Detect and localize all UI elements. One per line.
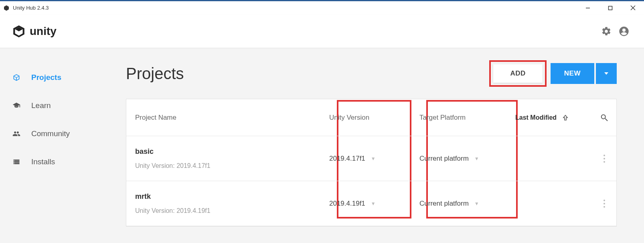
svg-point-13 [603, 203, 605, 204]
more-vert-icon [603, 199, 606, 208]
cube-icon [12, 74, 21, 82]
col-target-platform: Target Platform [419, 114, 510, 122]
sidebar-item-learn[interactable]: Learn [0, 92, 120, 120]
add-button[interactable]: ADD [493, 64, 542, 83]
project-sub-version: Unity Version: 2019.4.19f1 [135, 207, 329, 214]
unity-app-icon [3, 5, 10, 11]
chevron-down-icon [603, 71, 609, 76]
account-icon [618, 26, 630, 37]
chevron-down-icon: ▼ [474, 201, 479, 206]
sidebar-item-label: Community [31, 129, 70, 138]
chevron-down-icon: ▼ [371, 201, 376, 206]
page-title: Projects [126, 65, 184, 83]
sidebar-item-community[interactable]: Community [0, 120, 120, 148]
storage-icon [12, 158, 21, 166]
project-name: basic [135, 147, 329, 156]
window-title: Unity Hub 2.4.3 [13, 5, 49, 11]
chevron-down-icon: ▼ [474, 156, 479, 161]
people-icon [12, 130, 21, 138]
table-row[interactable]: mrtk Unity Version: 2019.4.19f1 2019.4.1… [126, 181, 616, 226]
new-button[interactable]: NEW [551, 63, 594, 84]
settings-button[interactable] [597, 22, 615, 40]
unity-version-dropdown[interactable]: 2019.4.17f1 ▼ [329, 155, 419, 163]
account-button[interactable] [615, 22, 633, 40]
svg-point-9 [603, 155, 605, 156]
unity-wordmark: unity [30, 25, 57, 38]
window-titlebar: Unity Hub 2.4.3 [0, 0, 644, 14]
unity-logo-icon [12, 25, 26, 38]
project-sub-version: Unity Version: 2019.4.17f1 [135, 162, 329, 169]
search-icon[interactable] [600, 113, 609, 122]
sidebar-item-projects[interactable]: Projects [0, 63, 120, 92]
target-platform-dropdown[interactable]: Current platform ▼ [419, 155, 510, 163]
svg-point-11 [603, 161, 605, 163]
table-header: Project Name Unity Version Target Platfo… [126, 99, 616, 136]
table-row[interactable]: basic Unity Version: 2019.4.17f1 2019.4.… [126, 136, 616, 181]
unity-logo: unity [12, 25, 57, 38]
col-last-modified[interactable]: Last Modified [515, 114, 557, 121]
svg-rect-2 [609, 6, 612, 10]
sidebar-item-installs[interactable]: Installs [0, 148, 120, 176]
svg-marker-8 [604, 72, 608, 75]
target-platform-dropdown[interactable]: Current platform ▼ [419, 200, 510, 208]
sidebar-item-label: Learn [31, 101, 51, 110]
chevron-down-icon: ▼ [371, 156, 376, 161]
graduation-cap-icon [12, 102, 21, 110]
gear-icon [601, 26, 612, 37]
svg-point-10 [603, 158, 605, 159]
projects-table: Project Name Unity Version Target Platfo… [126, 99, 617, 227]
sidebar-item-label: Installs [31, 157, 55, 166]
svg-point-12 [603, 200, 605, 201]
window-maximize-button[interactable] [599, 1, 622, 14]
sidebar: Projects Learn Community Installs [0, 48, 120, 243]
new-button-dropdown[interactable] [596, 63, 617, 84]
main-content: Projects ADD NEW Project Name Unity Vers… [120, 48, 644, 243]
col-project-name: Project Name [126, 114, 329, 122]
row-more-button[interactable] [592, 154, 616, 163]
app-header: unity [0, 14, 644, 48]
unity-version-dropdown[interactable]: 2019.4.19f1 ▼ [329, 200, 419, 208]
svg-marker-0 [4, 5, 9, 10]
add-button-highlight: ADD [489, 60, 546, 87]
col-unity-version: Unity Version [329, 114, 419, 122]
row-more-button[interactable] [592, 199, 616, 208]
window-minimize-button[interactable] [577, 1, 599, 14]
svg-point-14 [603, 206, 605, 208]
more-vert-icon [603, 154, 606, 163]
sidebar-item-label: Projects [31, 73, 61, 82]
project-name: mrtk [135, 192, 329, 201]
window-close-button[interactable] [622, 1, 644, 14]
arrow-up-icon [562, 114, 569, 121]
